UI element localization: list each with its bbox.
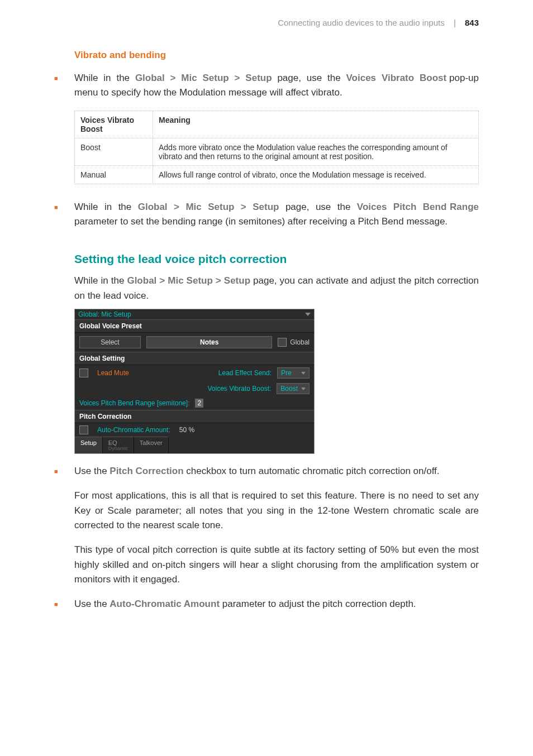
auto-chromatic-amount-value[interactable]: 50 %: [179, 426, 194, 434]
section-global-voice-preset: Global Voice Preset: [75, 319, 314, 333]
heading-lead-voice-pitch-correction: Setting the lead voice pitch correction: [74, 252, 479, 266]
bullet-text: Use the Auto-Chromatic Amount parameter …: [74, 597, 479, 611]
chevron-down-icon: [301, 372, 306, 375]
pitch-correction-checkbox[interactable]: [79, 425, 88, 434]
bullet-text: While in the Global > Mic Setup > Setup …: [74, 200, 479, 229]
pitch-bend-range-label: Voices Pitch Bend Range [semitone]:: [79, 399, 189, 407]
running-header: Connecting audio devices to the audio in…: [54, 18, 479, 27]
device-screenshot: Global: Mic Setup Global Voice Preset Se…: [74, 309, 315, 454]
tab-eq-dynamic[interactable]: EQ Dynamic: [103, 437, 134, 453]
auto-chromatic-amount-label: Auto-Chromatic Amount:: [97, 426, 170, 434]
preset-value[interactable]: Notes: [146, 336, 272, 348]
bullet-text: Use the Pitch Correction checkbox to tur…: [74, 464, 479, 479]
param-name: Voices Vibrato Boost: [346, 73, 447, 83]
param-name: Auto-Chromatic Amount: [110, 599, 220, 609]
tab-talkover[interactable]: Talkover: [134, 437, 169, 453]
bullet-vibrato-boost: ■ While in the Global > Mic Setup > Setu…: [54, 71, 479, 101]
intro-paragraph: While in the Global > Mic Setup > Setup …: [74, 274, 479, 303]
body-paragraph: For most applications, this is all that …: [74, 489, 479, 533]
table-row: Manual Allows full range control of vibr…: [75, 165, 479, 184]
bullet-marker: ■: [54, 200, 74, 229]
heading-vibrato-and-bending: Vibrato and bending: [74, 50, 479, 61]
voices-vibrato-boost-table: Voices Vibrato Boost Meaning Boost Adds …: [74, 111, 479, 184]
device-titlebar: Global: Mic Setup: [75, 309, 314, 319]
table-header-row: Voices Vibrato Boost Meaning: [75, 111, 479, 138]
header-section: Connecting audio devices to the audio in…: [278, 18, 445, 27]
lead-effect-send-dropdown[interactable]: Pre: [277, 367, 310, 379]
bullet-pitch-bend-range: ■ While in the Global > Mic Setup > Setu…: [54, 200, 479, 229]
header-separator: |: [454, 18, 456, 27]
global-label: Global: [290, 338, 310, 346]
bullet-marker: ■: [54, 71, 74, 101]
bullet-pitch-correction-checkbox: ■ Use the Pitch Correction checkbox to t…: [54, 464, 479, 479]
chevron-down-icon: [301, 387, 306, 390]
bullet-text: While in the Global > Mic Setup > Setup …: [74, 71, 479, 101]
section-pitch-correction: Pitch Correction: [75, 410, 314, 423]
menu-path: Global > Mic Setup > Setup: [135, 73, 272, 83]
table-header: Voices Vibrato Boost: [75, 111, 153, 138]
body-paragraph: This type of vocal pitch correction is q…: [74, 543, 479, 587]
bullet-auto-chromatic-amount: ■ Use the Auto-Chromatic Amount paramete…: [54, 597, 479, 611]
tab-setup[interactable]: Setup: [75, 437, 103, 453]
section-global-setting: Global Setting: [75, 352, 314, 365]
table-row: Boost Adds more vibrato once the Modulat…: [75, 138, 479, 165]
device-title-text: Global: Mic Setup: [78, 310, 131, 318]
header-page-number: 843: [465, 18, 479, 27]
lead-effect-send-label: Lead Effect Send:: [142, 369, 272, 377]
voices-vibrato-boost-dropdown[interactable]: Boost: [277, 383, 310, 394]
param-name: Pitch Correction: [110, 466, 183, 476]
bullet-marker: ■: [54, 597, 74, 611]
bullet-marker: ■: [54, 464, 74, 479]
dropdown-icon[interactable]: [305, 313, 311, 316]
param-name: Voices Pitch Bend Range: [357, 202, 479, 212]
menu-path: Global > Mic Setup > Setup: [127, 275, 250, 286]
global-checkbox[interactable]: Global: [278, 338, 310, 347]
lead-mute-checkbox[interactable]: [79, 369, 88, 377]
checkbox-icon: [278, 338, 287, 347]
select-button[interactable]: Select: [79, 336, 141, 348]
device-tabs: Setup EQ Dynamic Talkover: [75, 437, 314, 453]
menu-path: Global > Mic Setup > Setup: [138, 202, 279, 212]
table-header: Meaning: [153, 111, 479, 138]
pitch-bend-range-field[interactable]: 2: [195, 399, 203, 408]
voices-vibrato-boost-label: Voices Vibrato Boost:: [139, 385, 271, 393]
lead-mute-label: Lead Mute: [97, 369, 136, 377]
